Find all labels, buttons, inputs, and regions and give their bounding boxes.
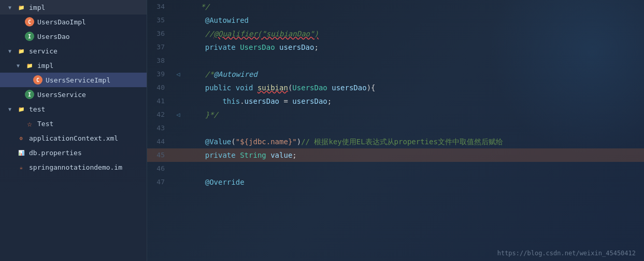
class-icon: C (33, 75, 42, 85)
sidebar-item-label: db.properties (29, 149, 82, 157)
interface-icon: I (25, 32, 34, 41)
code-text: this.usersDao = usersDao; (183, 94, 644, 108)
line-number: 34 (147, 0, 173, 13)
code-line-44: 44 @Value("${jdbc.name}")// 根据key使用EL表达式… (147, 135, 644, 148)
code-text: /*@Autowired (183, 67, 644, 81)
sidebar-item-UsersDao[interactable]: I UsersDao (0, 29, 147, 44)
sidebar-item-label: Test (37, 120, 53, 128)
code-text: private String value; (183, 148, 644, 162)
sidebar-item-label: UsersDaoImpl (37, 18, 86, 26)
code-text: }*/ (183, 108, 644, 121)
sidebar-item-UsersServiceImpl[interactable]: C UsersServiceImpl (0, 73, 147, 87)
folder-icon: 📁 (17, 3, 26, 12)
watermark: https://blog.csdn.net/weixin_45450412 (497, 250, 636, 257)
sidebar-item-label: impl (29, 4, 45, 11)
line-number: 39 (147, 67, 173, 81)
sidebar-item-label: test (29, 105, 45, 113)
gutter-41 (173, 94, 183, 108)
sidebar-item-label: applicationContext.xml (29, 134, 118, 142)
line-number: 46 (147, 162, 173, 175)
sidebar-item-label: impl (37, 62, 53, 70)
line-number: 41 (147, 94, 173, 108)
expand-arrow-icon: ▼ (8, 48, 17, 54)
gutter-44 (173, 135, 183, 148)
sidebar-item-label: springannotationdemo.im (29, 163, 122, 171)
gutter-37 (173, 40, 183, 54)
expand-arrow-icon: ▼ (8, 5, 17, 10)
code-text (183, 54, 644, 67)
gutter-36 (173, 27, 183, 40)
code-line-43: 43 (147, 121, 644, 135)
expand-arrow-icon: ▼ (17, 63, 25, 68)
code-text: //@Qualifier("suibianDao") (183, 27, 644, 40)
xml-icon: ⚙ (17, 133, 26, 143)
sidebar-item-test[interactable]: ▼ 📁 test (0, 102, 147, 116)
class-icon: C (25, 17, 34, 26)
code-line-45: 45 private String value; (147, 148, 644, 162)
sidebar-item-UsersDaoImpl[interactable]: C UsersDaoImpl (0, 15, 147, 29)
code-line-46: 46 (147, 162, 644, 175)
line-number: 35 (147, 13, 173, 27)
code-text: */ (183, 0, 644, 13)
gutter-40 (173, 81, 183, 94)
gutter-46 (173, 162, 183, 175)
code-text (183, 121, 644, 135)
expand-arrow-icon: ▼ (8, 106, 17, 112)
code-line-35: 35 @Autowired (147, 13, 644, 27)
code-line-41: 41 this.usersDao = usersDao; (147, 94, 644, 108)
java-icon: ☕ (17, 162, 26, 172)
code-editor: 34 */ 35 @Autowired 36 //@Qualifier("sui… (147, 0, 644, 261)
file-tree: ▼ 📁 impl C UsersDaoImpl I UsersDao ▼ 📁 s… (0, 0, 147, 261)
sidebar-item-label: UsersDao (37, 33, 70, 40)
sidebar-item-UsersService[interactable]: I UsersService (0, 87, 147, 102)
code-text (183, 162, 644, 175)
gutter-47 (173, 175, 183, 189)
interface-icon: I (25, 90, 34, 99)
sidebar-item-service[interactable]: ▼ 📁 service (0, 44, 147, 58)
gutter-45 (173, 148, 183, 162)
code-text: @Autowired (183, 13, 644, 27)
sidebar-item-Test[interactable]: ☆ Test (0, 116, 147, 131)
code-line-38: 38 (147, 54, 644, 67)
line-number: 42 (147, 108, 173, 121)
code-line-40: 40 public void suibian(UsersDao usersDao… (147, 81, 644, 94)
sidebar-item-impl-sub[interactable]: ▼ 📁 impl (0, 58, 147, 73)
gutter-43 (173, 121, 183, 135)
line-number: 38 (147, 54, 173, 67)
code-content: 34 */ 35 @Autowired 36 //@Qualifier("sui… (147, 0, 644, 261)
line-number: 36 (147, 27, 173, 40)
line-number: 43 (147, 121, 173, 135)
code-text: @Override (183, 175, 644, 189)
sidebar-item-impl[interactable]: ▼ 📁 impl (0, 0, 147, 15)
gutter-38 (173, 54, 183, 67)
sidebar-item-label: service (29, 47, 58, 55)
line-number: 40 (147, 81, 173, 94)
code-line-34: 34 */ (147, 0, 644, 13)
code-table: 34 */ 35 @Autowired 36 //@Qualifier("sui… (147, 0, 644, 189)
sidebar-item-label: UsersServiceImpl (46, 76, 110, 84)
code-text: public void suibian(UsersDao usersDao){ (183, 81, 644, 94)
code-text: @Value("${jdbc.name}")// 根据key使用EL表达式从pr… (183, 135, 644, 148)
gutter-35 (173, 13, 183, 27)
line-number: 47 (147, 175, 173, 189)
props-icon: 📊 (17, 148, 26, 157)
code-line-39: 39 ◁ /*@Autowired (147, 67, 644, 81)
code-line-36: 36 //@Qualifier("suibianDao") (147, 27, 644, 40)
sidebar-item-db-properties[interactable]: 📊 db.properties (0, 145, 147, 160)
code-line-42: 42 ◁ }*/ (147, 108, 644, 121)
line-number: 44 (147, 135, 173, 148)
sidebar-item-applicationContext[interactable]: ⚙ applicationContext.xml (0, 131, 147, 145)
sidebar-item-label: UsersService (37, 91, 86, 99)
code-line-47: 47 @Override (147, 175, 644, 189)
code-line-37: 37 private UsersDao usersDao; (147, 40, 644, 54)
folder-icon: 📁 (17, 46, 26, 56)
gutter-42: ◁ (173, 108, 183, 121)
line-number: 45 (147, 148, 173, 162)
folder-icon: 📁 (17, 104, 26, 114)
folder-icon: 📁 (25, 61, 34, 70)
code-text: private UsersDao usersDao; (183, 40, 644, 54)
gutter-34 (173, 0, 183, 13)
sidebar-item-springannotationdemo[interactable]: ☕ springannotationdemo.im (0, 160, 147, 174)
line-number: 37 (147, 40, 173, 54)
gutter-39: ◁ (173, 67, 183, 81)
